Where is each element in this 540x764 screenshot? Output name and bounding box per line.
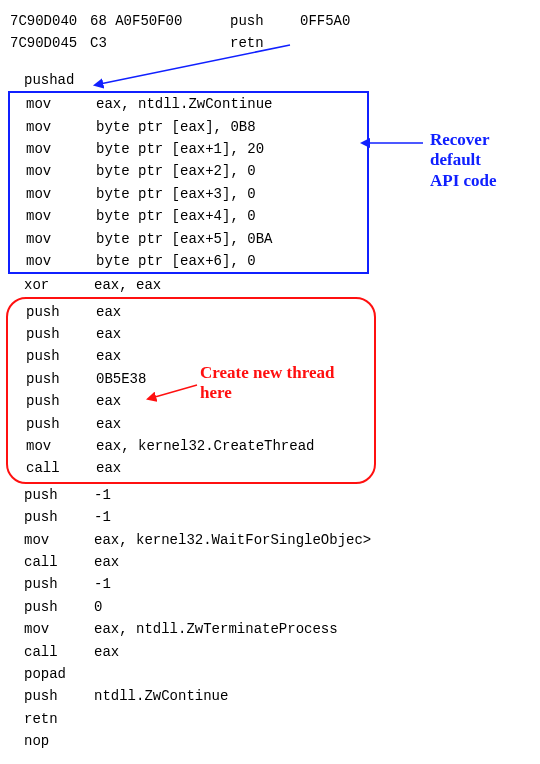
operands: byte ptr [eax+1], 20 [96,138,264,160]
disasm-row: push-1 [10,573,530,595]
disasm-row: movbyte ptr [eax+1], 20 [12,138,367,160]
disasm-row: moveax, ntdll.ZwContinue [12,93,367,115]
operands: eax, eax [94,274,161,296]
mnemonic: mov [24,529,94,551]
mnemonic: push [26,413,96,435]
annotation-text: default [430,150,481,169]
disasm-row: 7C90D045C3retn [10,32,530,54]
disasm-row: movbyte ptr [eax+5], 0BA [12,228,367,250]
operands: eax [94,641,119,663]
mnemonic: call [24,641,94,663]
mnemonic: pushad [24,69,94,91]
mnemonic: mov [26,183,96,205]
mnemonic: push [24,506,94,528]
disasm-row: 7C90D04068 A0F50F00push0FF5A0 [10,10,530,32]
mnemonic: mov [26,435,96,457]
disasm-row: movbyte ptr [eax+6], 0 [12,250,367,272]
mnemonic: retn [230,32,300,54]
mnemonic: mov [26,138,96,160]
mnemonic: push [24,573,94,595]
operands: -1 [94,506,111,528]
annotation-create-thread: Create new thread here [200,363,334,404]
operands: 0 [94,596,102,618]
operands: byte ptr [eax+4], 0 [96,205,256,227]
operands: byte ptr [eax], 0B8 [96,116,256,138]
disasm-row: calleax [10,551,530,573]
mnemonic: mov [26,205,96,227]
disasm-row: calleax [12,457,374,479]
mnemonic: push [230,10,300,32]
disasm-row: movbyte ptr [eax+4], 0 [12,205,367,227]
operands: -1 [94,573,111,595]
operands: eax, kernel32.WaitForSingleObjec> [94,529,371,551]
operands: eax [96,457,121,479]
disasm-row: pusheax [12,323,374,345]
operands: -1 [94,484,111,506]
annotation-text: here [200,383,232,402]
disasm-row: pushntdll.ZwContinue [10,685,530,707]
operands: byte ptr [eax+6], 0 [96,250,256,272]
disasm-row: retn [10,708,530,730]
disasm-row: moveax, ntdll.ZwTerminateProcess [10,618,530,640]
operands: eax [94,551,119,573]
mnemonic: popad [24,663,94,685]
hexbytes: 68 A0F50F00 [90,10,230,32]
disasm-row: push0 [10,596,530,618]
disasm-row: movbyte ptr [eax+3], 0 [12,183,367,205]
disasm-row: calleax [10,641,530,663]
operands: 0B5E38 [96,368,146,390]
recover-api-code-block: moveax, ntdll.ZwContinue movbyte ptr [ea… [8,91,369,274]
disassembly-header: 7C90D04068 A0F50F00push0FF5A0 7C90D045C3… [10,10,530,55]
address: 7C90D040 [10,10,90,32]
disasm-row: moveax, kernel32.WaitForSingleObjec> [10,529,530,551]
disasm-row: xoreax, eax [10,274,530,296]
disasm-row: nop [10,730,530,752]
operands: eax, kernel32.CreateThread [96,435,314,457]
mnemonic: xor [24,274,94,296]
address: 7C90D045 [10,32,90,54]
mnemonic: nop [24,730,94,752]
mnemonic: call [26,457,96,479]
disasm-row: popad [10,663,530,685]
operands: ntdll.ZwContinue [94,685,228,707]
operands: byte ptr [eax+2], 0 [96,160,256,182]
annotation-text: Create new thread [200,363,334,382]
mnemonic: mov [26,160,96,182]
hexbytes: C3 [90,32,230,54]
mnemonic: push [26,323,96,345]
mnemonic: push [26,390,96,412]
disasm-row: pusheax [12,301,374,323]
mnemonic: push [24,596,94,618]
mnemonic: push [26,368,96,390]
mnemonic: push [26,345,96,367]
operands: eax [96,390,121,412]
disasm-row: push-1 [10,506,530,528]
disasm-row: moveax, kernel32.CreateThread [12,435,374,457]
annotation-text: Recover [430,130,489,149]
disasm-row: movbyte ptr [eax], 0B8 [12,116,367,138]
mnemonic: push [26,301,96,323]
operands: eax [96,345,121,367]
mnemonic: push [24,484,94,506]
annotation-recover-api: Recover default API code [430,130,497,191]
operands: 0FF5A0 [300,10,350,32]
operands: eax, ntdll.ZwTerminateProcess [94,618,338,640]
operands: eax [96,301,121,323]
mnemonic: push [24,685,94,707]
disasm-row: push-1 [10,484,530,506]
disasm-row: pushad [10,69,530,91]
mnemonic: mov [24,618,94,640]
mnemonic: mov [26,93,96,115]
operands: eax [96,413,121,435]
operands: eax, ntdll.ZwContinue [96,93,272,115]
mnemonic: mov [26,116,96,138]
mnemonic: mov [26,228,96,250]
operands: byte ptr [eax+5], 0BA [96,228,272,250]
mnemonic: retn [24,708,94,730]
operands: byte ptr [eax+3], 0 [96,183,256,205]
annotation-text: API code [430,171,497,190]
mnemonic: mov [26,250,96,272]
disasm-row: movbyte ptr [eax+2], 0 [12,160,367,182]
disasm-row: pusheax [12,413,374,435]
mnemonic: call [24,551,94,573]
